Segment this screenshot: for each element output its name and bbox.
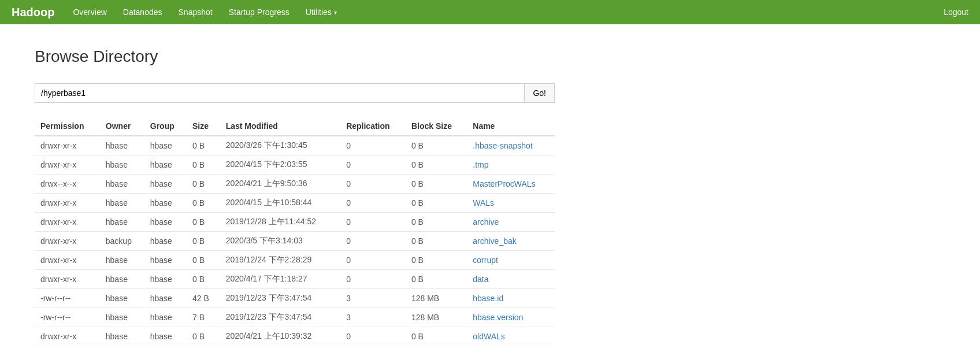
nav-item-datanodes[interactable]: Datanodes (116, 5, 169, 19)
directory-link[interactable]: MasterProcWALs (473, 179, 535, 188)
cell-group: hbase (144, 213, 187, 232)
cell-group: hbase (144, 232, 187, 251)
logout-button[interactable]: Logout (944, 8, 968, 17)
col-name: Name (467, 117, 555, 136)
nav-item-overview[interactable]: Overview (66, 5, 113, 19)
go-button[interactable]: Go! (525, 83, 555, 103)
cell-name: data (467, 270, 555, 289)
directory-link[interactable]: oldWALs (473, 332, 505, 341)
cell-size: 0 B (187, 213, 220, 232)
nav-item-startup-progress[interactable]: Startup Progress (222, 5, 296, 19)
cell-owner: backup (100, 232, 144, 251)
cell-replication: 0 (340, 155, 406, 175)
col-size: Size (187, 117, 220, 136)
cell-name: archive_bak (467, 232, 555, 251)
cell-size: 0 B (187, 232, 220, 251)
cell-name: hbase.version (467, 308, 555, 327)
cell-permission: -rw-r--r-- (35, 289, 100, 308)
cell-size: 0 B (187, 136, 220, 155)
cell-replication: 0 (340, 251, 406, 270)
cell-name: MasterProcWALs (467, 175, 555, 194)
cell-size: 0 B (187, 327, 220, 346)
cell-last_modified: 2020/3/26 下午1:30:45 (220, 136, 340, 155)
cell-permission: drwxr-xr-x (35, 270, 100, 289)
cell-last_modified: 2020/4/17 下午1:18:27 (220, 270, 340, 289)
table-row: drwxr-xr-xhbasehbase0 B2019/12/28 上午11:4… (35, 213, 555, 232)
brand-logo[interactable]: Hadoop (12, 6, 54, 19)
cell-size: 0 B (187, 175, 220, 194)
directory-link[interactable]: data (473, 275, 488, 284)
cell-name: .tmp (467, 155, 555, 175)
table-row: -rw-r--r--hbasehbase42 B2019/12/23 下午3:4… (35, 289, 555, 308)
cell-permission: drwxr-xr-x (35, 194, 100, 213)
cell-size: 0 B (187, 155, 220, 175)
directory-link[interactable]: WALs (473, 198, 494, 208)
cell-block_size: 0 B (406, 175, 467, 194)
cell-block_size: 0 B (406, 270, 467, 289)
cell-replication: 0 (340, 327, 406, 346)
nav-item-utilities-label: Utilities (306, 8, 332, 17)
cell-block_size: 0 B (406, 232, 467, 251)
cell-block_size: 0 B (406, 194, 467, 213)
directory-link[interactable]: hbase.id (473, 294, 503, 303)
table-row: drwxr-xr-xhbasehbase0 B2020/4/21 上午10:39… (35, 327, 555, 346)
cell-group: hbase (144, 194, 187, 213)
cell-last_modified: 2019/12/24 下午2:28:29 (220, 251, 340, 270)
cell-owner: hbase (100, 308, 144, 327)
cell-owner: hbase (100, 270, 144, 289)
cell-replication: 0 (340, 213, 406, 232)
table-row: drwxr-xr-xhbasehbase0 B2020/3/26 下午1:30:… (35, 136, 555, 155)
navbar: Hadoop Overview Datanodes Snapshot Start… (0, 0, 980, 24)
cell-name: hbase.id (467, 289, 555, 308)
cell-replication: 3 (340, 308, 406, 327)
directory-link[interactable]: corrupt (473, 255, 498, 265)
cell-last_modified: 2019/12/23 下午3:47:54 (220, 308, 340, 327)
cell-replication: 0 (340, 175, 406, 194)
cell-group: hbase (144, 155, 187, 175)
cell-replication: 0 (340, 194, 406, 213)
col-block-size: Block Size (406, 117, 467, 136)
directory-search-input[interactable] (35, 83, 525, 103)
cell-replication: 0 (340, 270, 406, 289)
nav-links: Overview Datanodes Snapshot Startup Prog… (66, 5, 944, 19)
cell-permission: drwxr-xr-x (35, 251, 100, 270)
cell-owner: hbase (100, 155, 144, 175)
cell-group: hbase (144, 327, 187, 346)
cell-size: 0 B (187, 194, 220, 213)
cell-group: hbase (144, 136, 187, 155)
cell-last_modified: 2020/4/21 上午10:39:32 (220, 327, 340, 346)
cell-last_modified: 2020/3/5 下午3:14:03 (220, 232, 340, 251)
table-row: -rw-r--r--hbasehbase7 B2019/12/23 下午3:47… (35, 308, 555, 327)
cell-permission: -rw-r--r-- (35, 308, 100, 327)
cell-size: 42 B (187, 289, 220, 308)
cell-replication: 0 (340, 232, 406, 251)
cell-name: .hbase-snapshot (467, 136, 555, 155)
directory-link[interactable]: archive (473, 217, 499, 227)
col-permission: Permission (35, 117, 100, 136)
table-row: drwxr-xr-xhbasehbase0 B2020/4/15 下午2:03:… (35, 155, 555, 175)
cell-group: hbase (144, 251, 187, 270)
directory-link[interactable]: hbase.version (473, 313, 523, 322)
table-row: drwxr-xr-xhbasehbase0 B2019/12/24 下午2:28… (35, 251, 555, 270)
table-row: drwxr-xr-xhbasehbase0 B2020/4/17 下午1:18:… (35, 270, 555, 289)
cell-block_size: 0 B (406, 136, 467, 155)
cell-block_size: 0 B (406, 327, 467, 346)
directory-table: Permission Owner Group Size Last Modifie… (35, 117, 555, 346)
directory-link[interactable]: .hbase-snapshot (473, 141, 533, 150)
cell-name: WALs (467, 194, 555, 213)
directory-link[interactable]: .tmp (473, 160, 488, 169)
cell-size: 0 B (187, 270, 220, 289)
cell-name: oldWALs (467, 327, 555, 346)
table-body: drwxr-xr-xhbasehbase0 B2020/3/26 下午1:30:… (35, 136, 555, 346)
nav-item-utilities[interactable]: Utilities ▾ (299, 5, 344, 19)
nav-item-snapshot[interactable]: Snapshot (172, 5, 220, 19)
directory-link[interactable]: archive_bak (473, 236, 517, 246)
cell-owner: hbase (100, 194, 144, 213)
col-group: Group (144, 117, 187, 136)
cell-permission: drwxr-xr-x (35, 232, 100, 251)
cell-group: hbase (144, 175, 187, 194)
cell-last_modified: 2020/4/15 下午2:03:55 (220, 155, 340, 175)
cell-replication: 3 (340, 289, 406, 308)
cell-block_size: 0 B (406, 155, 467, 175)
cell-group: hbase (144, 289, 187, 308)
